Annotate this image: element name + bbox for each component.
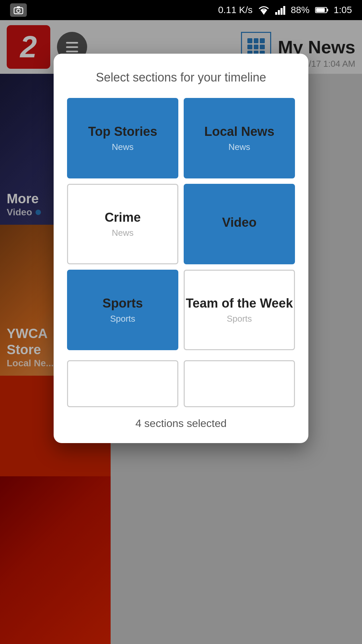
photo-icon [10,3,27,17]
status-bar: 0.11 K/s 88% 1:05 [0,0,362,20]
time-display: 1:05 [334,5,352,15]
section-card-sports-sub: Sports [110,314,135,324]
section-card-local-news[interactable]: Local News News [184,98,295,178]
sections-modal: Select sections for your timeline Top St… [54,54,308,443]
status-bar-left [10,3,27,17]
section-card-team-of-week-title: Team of the Week [186,296,293,311]
battery-icon [315,6,328,14]
svg-rect-10 [327,9,328,11]
section-card-sports[interactable]: Sports Sports [67,270,178,350]
modal-title: Select sections for your timeline [67,70,295,85]
section-card-video[interactable]: Video [184,184,295,264]
svg-marker-3 [260,10,267,15]
empty-section-card-1[interactable] [67,360,178,407]
status-bar-right: 0.11 K/s 88% 1:05 [218,5,352,15]
svg-point-1 [17,9,20,12]
section-card-crime[interactable]: Crime News [67,184,178,264]
sections-grid: Top Stories News Local News News Crime N… [67,98,295,350]
svg-rect-4 [275,12,277,15]
sections-selected-count: 4 sections selected [67,417,295,430]
section-card-sports-title: Sports [103,296,143,311]
wifi-icon [258,5,270,15]
section-card-top-stories-title: Top Stories [88,124,157,140]
section-card-local-news-sub: News [228,142,250,152]
section-card-crime-title: Crime [105,210,141,225]
section-card-team-of-week[interactable]: Team of the Week Sports [184,270,295,350]
svg-rect-7 [283,6,285,15]
section-card-top-stories[interactable]: Top Stories News [67,98,178,178]
section-card-team-of-week-sub: Sports [227,314,252,324]
svg-rect-6 [281,8,283,15]
section-card-local-news-title: Local News [204,124,274,140]
empty-sections-row [67,360,295,407]
svg-rect-5 [278,10,280,15]
svg-rect-2 [17,6,20,8]
signal-icon [275,5,285,15]
svg-rect-0 [14,8,23,14]
section-card-crime-sub: News [112,228,133,238]
section-card-top-stories-sub: News [112,142,133,152]
section-card-video-title: Video [222,215,257,230]
empty-section-card-2[interactable] [184,360,295,407]
svg-rect-9 [316,8,325,12]
modal-overlay: Select sections for your timeline Top St… [0,20,362,644]
battery-percent: 88% [291,5,309,15]
network-speed: 0.11 K/s [218,5,253,15]
